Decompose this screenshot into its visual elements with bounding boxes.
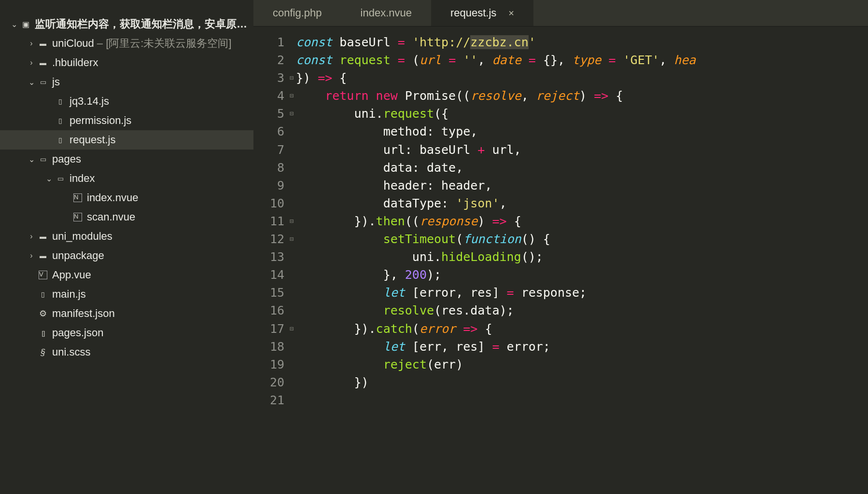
- fold-placeholder: [287, 33, 296, 51]
- folder-icon: [38, 231, 48, 242]
- fold-toggle-icon[interactable]: ⊟: [287, 105, 296, 123]
- fold-placeholder: [287, 141, 296, 159]
- chevron-down-icon[interactable]: ⌄: [27, 155, 36, 164]
- file-explorer[interactable]: ⌄监听通知栏内容，获取通知栏消息，安卓原…›uniCloud– [阿里云:未关联…: [0, 0, 253, 494]
- line-number: 11: [253, 212, 287, 230]
- tree-item-label: 监听通知栏内容，获取通知栏消息，安卓原…: [35, 17, 247, 31]
- line-number: 16: [253, 302, 287, 319]
- code-line[interactable]: [296, 391, 868, 409]
- code-line[interactable]: }).catch(error => {: [296, 320, 868, 338]
- line-number: 19: [253, 356, 287, 373]
- chevron-down-icon[interactable]: ⌄: [10, 20, 18, 29]
- tree-item-label: uniCloud: [52, 37, 94, 50]
- fold-placeholder: [287, 266, 296, 284]
- tree-item-request-js[interactable]: request.js: [0, 130, 253, 150]
- tree-item-main-js[interactable]: main.js: [0, 285, 253, 304]
- line-number: 5: [253, 105, 287, 123]
- code-line[interactable]: data: date,: [296, 159, 868, 177]
- line-number: 15: [253, 284, 287, 302]
- chevron-right-icon[interactable]: ›: [27, 39, 36, 48]
- tab-bar[interactable]: config.phpindex.nvuerequest.js×: [253, 0, 868, 27]
- tree-item-uni-scss[interactable]: uni.scss: [0, 343, 253, 362]
- line-number: 20: [253, 373, 287, 391]
- code-line[interactable]: }) => {: [296, 69, 868, 87]
- tree-item-label: permission.js: [70, 114, 131, 127]
- editor-pane: config.phpindex.nvuerequest.js× 12345678…: [253, 0, 868, 494]
- tab-label: config.php: [273, 7, 322, 19]
- fold-placeholder: [287, 51, 296, 69]
- tree-item-uniCloud[interactable]: ›uniCloud– [阿里云:未关联云服务空间]: [0, 34, 253, 53]
- tree-item-unpackage[interactable]: ›unpackage: [0, 246, 253, 265]
- tree-item-label: pages.json: [52, 327, 103, 339]
- code-line[interactable]: const request = (url = '', date = {}, ty…: [296, 51, 868, 69]
- code-line[interactable]: setTimeout(function() {: [296, 230, 868, 248]
- tree-item-label: request.js: [70, 134, 115, 146]
- code-line[interactable]: resolve(res.data);: [296, 302, 868, 319]
- file-icon: [38, 289, 48, 300]
- folder-icon: [38, 38, 48, 49]
- fold-placeholder: [287, 177, 296, 194]
- file-icon: [55, 135, 66, 145]
- fold-toggle-icon[interactable]: ⊟: [287, 320, 296, 338]
- code-line[interactable]: method: type,: [296, 123, 868, 140]
- tree-item--[interactable]: ⌄监听通知栏内容，获取通知栏消息，安卓原…: [0, 14, 253, 34]
- chevron-right-icon[interactable]: ›: [27, 251, 36, 260]
- fold-toggle-icon[interactable]: ⊟: [287, 87, 296, 105]
- code-line[interactable]: reject(err): [296, 356, 868, 373]
- tree-item-label: .hbuilderx: [52, 56, 98, 69]
- tree-item-scan-nvue[interactable]: scan.nvue: [0, 207, 253, 227]
- tree-item-label: uni.scss: [52, 346, 90, 358]
- line-number: 18: [253, 338, 287, 356]
- tree-item-uni_modules[interactable]: ›uni_modules: [0, 227, 253, 246]
- chevron-down-icon[interactable]: ⌄: [44, 174, 53, 183]
- code-area[interactable]: 123456789101112131415161718192021 ⊟⊟⊟⊟⊟⊟…: [253, 27, 868, 494]
- code-line[interactable]: uni.hideLoading();: [296, 248, 868, 266]
- code-content[interactable]: const baseUrl = 'http://zzcbz.cn'const r…: [296, 27, 868, 494]
- fold-placeholder: [287, 302, 296, 319]
- chevron-right-icon[interactable]: ›: [27, 58, 36, 67]
- fold-placeholder: [287, 159, 296, 177]
- tree-item--hbuilderx[interactable]: ›.hbuilderx: [0, 53, 253, 72]
- close-icon[interactable]: ×: [508, 8, 514, 19]
- scss-icon: [38, 347, 48, 357]
- line-number: 8: [253, 159, 287, 177]
- tree-item-js[interactable]: ⌄js: [0, 72, 253, 92]
- code-line[interactable]: uni.request({: [296, 105, 868, 123]
- tab-request-js[interactable]: request.js×: [431, 0, 533, 26]
- folder-icon: [38, 57, 48, 68]
- code-line[interactable]: header: header,: [296, 177, 868, 194]
- fold-placeholder: [287, 338, 296, 356]
- tree-item-permission-js[interactable]: permission.js: [0, 111, 253, 130]
- tab-index-nvue[interactable]: index.nvue: [341, 0, 431, 26]
- tree-item-label: App.vue: [52, 269, 91, 281]
- tree-item-manifest-json[interactable]: manifest.json: [0, 304, 253, 323]
- code-line[interactable]: let [err, res] = error;: [296, 338, 868, 356]
- line-number: 13: [253, 248, 287, 266]
- tree-item-pages[interactable]: ⌄pages: [0, 150, 253, 169]
- code-line[interactable]: url: baseUrl + url,: [296, 141, 868, 159]
- tree-item-App-vue[interactable]: App.vue: [0, 265, 253, 285]
- tree-item-label: index: [70, 172, 95, 185]
- code-line[interactable]: let [error, res] = response;: [296, 284, 868, 302]
- line-number: 3: [253, 69, 287, 87]
- fold-toggle-icon[interactable]: ⊟: [287, 212, 296, 230]
- code-line[interactable]: }, 200);: [296, 266, 868, 284]
- chevron-down-icon[interactable]: ⌄: [27, 78, 36, 87]
- line-number: 17: [253, 320, 287, 338]
- tree-item-index[interactable]: ⌄index: [0, 169, 253, 188]
- fold-toggle-icon[interactable]: ⊟: [287, 230, 296, 248]
- tree-item-jq3-14-js[interactable]: jq3.14.js: [0, 92, 253, 111]
- fold-gutter[interactable]: ⊟⊟⊟⊟⊟⊟: [287, 27, 296, 494]
- code-line[interactable]: }).then((response) => {: [296, 212, 868, 230]
- tab-config-php[interactable]: config.php: [253, 0, 341, 26]
- code-line[interactable]: return new Promise((resolve, reject) => …: [296, 87, 868, 105]
- chevron-right-icon[interactable]: ›: [27, 232, 36, 241]
- tree-item-label: manifest.json: [52, 307, 115, 320]
- tree-item-pages-json[interactable]: pages.json: [0, 323, 253, 343]
- tree-item-index-nvue[interactable]: index.nvue: [0, 188, 253, 207]
- fold-toggle-icon[interactable]: ⊟: [287, 69, 296, 87]
- code-line[interactable]: }): [296, 373, 868, 391]
- code-line[interactable]: dataType: 'json',: [296, 194, 868, 212]
- code-line[interactable]: const baseUrl = 'http://zzcbz.cn': [296, 33, 868, 51]
- tree-item-label: uni_modules: [52, 230, 112, 243]
